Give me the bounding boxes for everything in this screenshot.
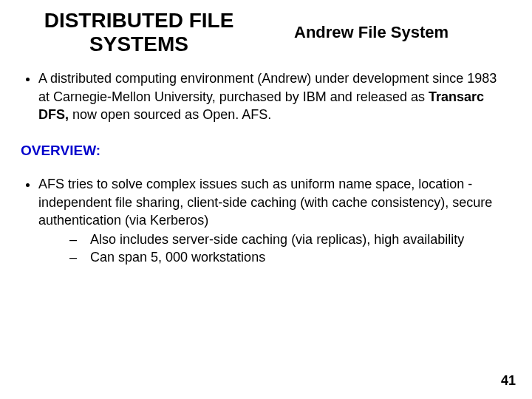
page-number: 41 [501,373,516,389]
overview-heading: OVERVIEW: [21,143,511,159]
bullet-list-1: A distributed computing environment (And… [21,69,511,123]
title-left-line2: SYSTEMS [89,33,188,55]
sub-bullet-2: Can span 5, 000 workstations [69,248,511,266]
bullet-1-post: now open sourced as Open. AFS. [69,107,271,122]
bullet-1: A distributed computing environment (And… [38,69,511,123]
bullet-2: AFS tries to solve complex issues such a… [38,175,511,266]
bullet-list-2: AFS tries to solve complex issues such a… [21,175,511,266]
title-left-line1: DISTRIBUTED FILE [44,9,234,32]
slide-title-left: DISTRIBUTED FILE SYSTEMS [21,9,257,56]
bullet-2-text: AFS tries to solve complex issues such a… [38,177,492,228]
slide-title-right: Andrew File System [287,23,511,42]
sub-bullet-list: Also includes server-side caching (via r… [38,231,511,267]
slide-header: DISTRIBUTED FILE SYSTEMS Andrew File Sys… [21,9,511,56]
sub-bullet-1: Also includes server-side caching (via r… [69,231,511,248]
